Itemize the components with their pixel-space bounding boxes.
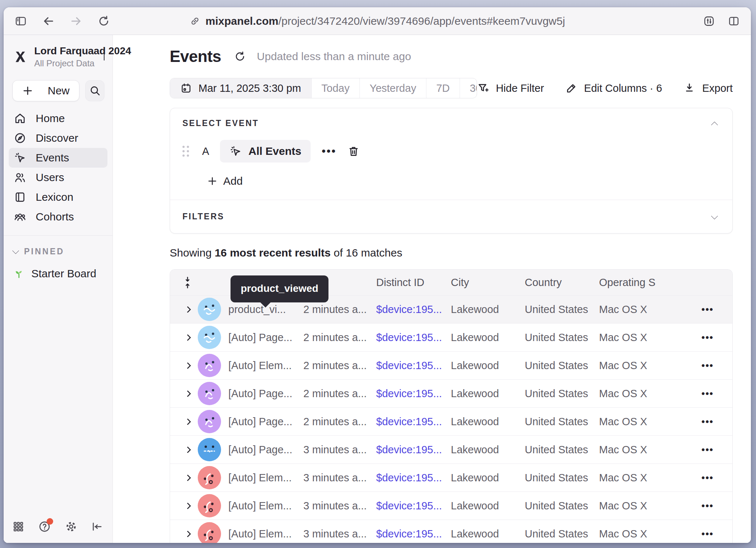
preset-yesterday[interactable]: Yesterday <box>359 78 426 98</box>
event-time: 3 minutes a... <box>303 472 376 484</box>
row-menu-icon[interactable]: ••• <box>683 388 732 399</box>
row-menu-icon[interactable]: ••• <box>683 500 732 512</box>
sidebar-item-home[interactable]: Home <box>9 109 107 128</box>
browser-window: mixpanel.com/project/3472420/view/397469… <box>4 7 751 543</box>
expand-row-icon[interactable] <box>177 335 198 340</box>
table-row[interactable]: [Auto] Elem... 3 minutes a... $device:19… <box>170 492 732 520</box>
search-button[interactable] <box>85 80 105 101</box>
event-avatar <box>198 298 221 321</box>
date-picker[interactable]: Mar 11, 2025 3:30 pm <box>170 78 311 98</box>
sidebar-item-discover[interactable]: Discover <box>9 128 107 148</box>
expand-row-icon[interactable] <box>177 447 198 452</box>
col-country[interactable]: Country <box>525 277 599 289</box>
split-view-icon[interactable] <box>728 15 740 27</box>
collapse-sidebar-icon[interactable] <box>91 521 103 534</box>
query-builder-card: SELECT EVENT A All Events ••• <box>170 108 733 234</box>
sidebar-toggle-icon[interactable] <box>15 15 27 27</box>
event-options-icon[interactable]: ••• <box>322 145 336 157</box>
table-row[interactable]: [Auto] Elem... 3 minutes a... $device:19… <box>170 520 732 543</box>
forward-icon[interactable] <box>70 15 82 27</box>
distinct-id-link[interactable]: $device:195... <box>376 472 451 484</box>
help-button[interactable] <box>38 520 51 534</box>
page-settings-icon[interactable] <box>703 15 715 27</box>
distinct-id-link[interactable]: $device:195... <box>376 360 451 372</box>
expand-row-icon[interactable] <box>177 307 198 312</box>
col-city[interactable]: City <box>451 277 525 289</box>
sidebar-item-lexicon[interactable]: Lexicon <box>9 187 107 207</box>
event-time: 2 minutes a... <box>303 332 376 344</box>
row-menu-icon[interactable]: ••• <box>683 360 732 371</box>
expand-row-icon[interactable] <box>177 504 198 508</box>
select-event-label: SELECT EVENT <box>182 118 259 128</box>
apps-grid-icon[interactable] <box>12 521 24 534</box>
filters-section-toggle[interactable]: FILTERS <box>182 212 720 222</box>
event-time: 2 minutes a... <box>303 304 376 316</box>
add-event-button[interactable]: Add <box>207 175 720 187</box>
edit-columns-button[interactable]: Edit Columns · 6 <box>565 82 662 94</box>
city-cell: Lakewood <box>451 500 525 512</box>
sidebar-item-events[interactable]: Events <box>9 148 107 168</box>
table-row[interactable]: [Auto] Page... 2 minutes a... $device:19… <box>170 379 732 407</box>
preset-today[interactable]: Today <box>311 78 359 98</box>
hide-filter-button[interactable]: Hide Filter <box>477 82 544 94</box>
distinct-id-link[interactable]: $device:195... <box>376 304 451 316</box>
event-avatar <box>198 354 221 377</box>
row-menu-icon[interactable]: ••• <box>683 416 732 427</box>
distinct-id-link[interactable]: $device:195... <box>376 416 451 428</box>
export-button[interactable]: Export <box>683 82 733 94</box>
expand-row-icon[interactable] <box>177 363 198 368</box>
event-name: [Auto] Elem... <box>228 528 303 540</box>
new-button[interactable]: New <box>12 80 79 101</box>
refresh-icon[interactable] <box>234 51 246 62</box>
event-name: [Auto] Page... <box>228 444 303 456</box>
sidebar-item-label: Discover <box>36 132 78 144</box>
pinned-section-toggle[interactable]: PINNED <box>13 247 103 257</box>
country-cell: United States <box>525 500 599 512</box>
event-avatar <box>198 494 221 517</box>
url-path: /project/3472420/view/3974696/app/events… <box>278 15 565 27</box>
expand-row-icon[interactable] <box>177 391 198 396</box>
event-pill[interactable]: All Events <box>220 140 311 163</box>
delete-event-icon[interactable] <box>347 145 360 157</box>
preset-30d[interactable]: 30D <box>460 78 477 98</box>
back-icon[interactable] <box>42 15 55 27</box>
preset-7d[interactable]: 7D <box>426 78 460 98</box>
project-selector[interactable]: Lord Farquaad 2024 All Project Data <box>4 35 113 71</box>
row-menu-icon[interactable]: ••• <box>683 528 732 540</box>
table-row[interactable]: [Auto] Elem... 3 minutes a... $device:19… <box>170 463 732 492</box>
distinct-id-link[interactable]: $device:195... <box>376 500 451 512</box>
expand-row-icon[interactable] <box>177 419 198 424</box>
expand-row-icon[interactable] <box>177 475 198 480</box>
address-bar[interactable]: mixpanel.com/project/3472420/view/397469… <box>189 15 565 27</box>
row-menu-icon[interactable]: ••• <box>683 472 732 484</box>
table-row[interactable]: [Auto] Page... 2 minutes a... $device:19… <box>170 323 732 351</box>
country-cell: United States <box>525 528 599 540</box>
distinct-id-link[interactable]: $device:195... <box>376 332 451 344</box>
event-name: [Auto] Page... <box>228 416 303 428</box>
event-name: [Auto] Elem... <box>228 500 303 512</box>
expand-row-icon[interactable] <box>177 532 198 536</box>
row-menu-icon[interactable]: ••• <box>683 304 732 315</box>
table-row[interactable]: [Auto] Page... 3 minutes a... $device:19… <box>170 435 732 463</box>
sidebar-item-users[interactable]: Users <box>9 168 107 187</box>
event-time: 2 minutes a... <box>303 388 376 400</box>
distinct-id-link[interactable]: $device:195... <box>376 528 451 540</box>
row-menu-icon[interactable]: ••• <box>683 444 732 455</box>
col-distinct-id[interactable]: Distinct ID <box>376 277 451 289</box>
settings-gear-icon[interactable] <box>65 520 78 534</box>
plus-icon <box>22 85 33 96</box>
row-menu-icon[interactable]: ••• <box>683 332 732 343</box>
sidebar-item-label: Cohorts <box>36 211 74 223</box>
sidebar: Lord Farquaad 2024 All Project Data New … <box>4 35 113 543</box>
reload-icon[interactable] <box>98 15 110 27</box>
table-row[interactable]: [Auto] Elem... 2 minutes a... $device:19… <box>170 351 732 379</box>
collapse-section-icon[interactable] <box>711 121 718 129</box>
table-row[interactable]: [Auto] Page... 2 minutes a... $device:19… <box>170 407 732 435</box>
distinct-id-link[interactable]: $device:195... <box>376 388 451 400</box>
drag-handle[interactable] <box>182 146 189 157</box>
sort-time-icon[interactable] <box>182 276 193 289</box>
sidebar-item-cohorts[interactable]: Cohorts <box>9 207 107 227</box>
distinct-id-link[interactable]: $device:195... <box>376 444 451 456</box>
sidebar-item-starter-board[interactable]: Starter Board <box>13 267 103 280</box>
col-operating-system[interactable]: Operating S <box>599 277 683 289</box>
